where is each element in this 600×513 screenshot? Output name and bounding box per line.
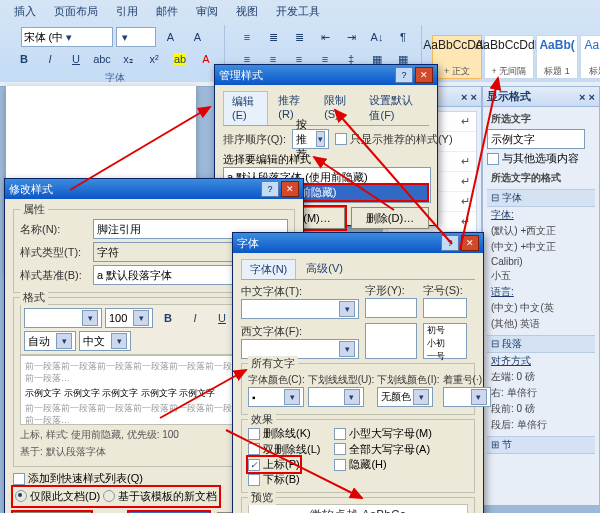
indent-inc-icon[interactable]: ⇥ — [339, 27, 363, 47]
bold-button[interactable]: B — [12, 49, 36, 69]
manage-styles-dialog: 管理样式 ?✕ 编辑(E) 推荐(R) 限制(S) 设置默认值(F) 排序顺序(… — [214, 64, 438, 87]
ribbon-tabs: 插入 页面布局 引用 邮件 审阅 视图 开发工具 — [6, 2, 594, 21]
highlight-button[interactable]: ab — [168, 49, 192, 69]
bullets-icon[interactable]: ≡ — [235, 27, 259, 47]
style-h2[interactable]: AaBb(标题 2 — [580, 35, 600, 79]
style-nospacing[interactable]: AaBbCcDdE+ 无间隔 — [484, 35, 534, 79]
shrink-font-icon[interactable]: A — [186, 27, 210, 47]
style-gallery[interactable]: AaBbCcDdE+ 正文 AaBbCcDdE+ 无间隔 AaBb(标题 1 A… — [432, 27, 600, 87]
help-icon[interactable]: ? — [395, 67, 413, 83]
document-page[interactable] — [6, 86, 196, 87]
multilevel-icon[interactable]: ≣ — [287, 27, 311, 47]
sort-icon[interactable]: A↓ — [365, 27, 389, 47]
subscript-button[interactable]: x₂ — [116, 49, 140, 69]
tab-ref[interactable]: 引用 — [108, 2, 146, 21]
font-size-combo[interactable]: ▾ — [116, 27, 156, 47]
tab-review[interactable]: 审阅 — [188, 2, 226, 21]
underline-button[interactable]: U — [64, 49, 88, 69]
manage-title: 管理样式 — [219, 68, 263, 83]
tab-mail[interactable]: 邮件 — [148, 2, 186, 21]
reveal-format-pane: 显示格式× × 所选文字 示例文字 与其他选项内容 所选文字的格式 ⊟ 字体 字… — [482, 86, 600, 87]
indent-dec-icon[interactable]: ⇤ — [313, 27, 337, 47]
tab-layout[interactable]: 页面布局 — [46, 2, 106, 21]
strike-button[interactable]: abc — [90, 49, 114, 69]
grow-font-icon[interactable]: A — [159, 27, 183, 47]
style-h1[interactable]: AaBb(标题 1 — [536, 35, 578, 79]
font-name-combo[interactable]: 宋体 (中▾ — [21, 27, 113, 47]
showmarks-icon[interactable]: ¶ — [391, 27, 415, 47]
superscript-button[interactable]: x² — [142, 49, 166, 69]
tab-dev[interactable]: 开发工具 — [268, 2, 328, 21]
group-font: 宋体 (中▾ ▾ A A B I U abc x₂ x² ab A 字体 — [6, 25, 225, 87]
manage-close-icon[interactable]: ✕ — [415, 67, 433, 83]
italic-button[interactable]: I — [38, 49, 62, 69]
tab-view[interactable]: 视图 — [228, 2, 266, 21]
numbering-icon[interactable]: ≣ — [261, 27, 285, 47]
tab-insert[interactable]: 插入 — [6, 2, 44, 21]
group-styles: AaBbCcDdE+ 正文 AaBbCcDdE+ 无间隔 AaBb(标题 1 A… — [426, 25, 600, 87]
